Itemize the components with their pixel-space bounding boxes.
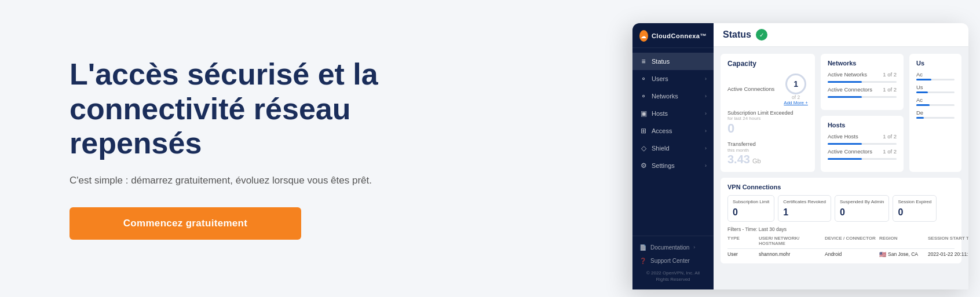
support-icon: ❓ xyxy=(639,258,646,264)
networks-title: Networks xyxy=(828,60,897,67)
active-hosts-bar-track xyxy=(828,143,897,145)
vpn-card-value-2: 0 xyxy=(840,207,884,218)
active-connectors-hosts-row: Active Connectors 1 of 2 xyxy=(828,148,897,160)
transferred-sublabel: this month xyxy=(727,148,808,153)
networks-hosts-column: Networks Active Networks 1 of 2 xyxy=(821,54,904,172)
hosts-title: Hosts xyxy=(828,122,897,129)
hosts-icon: ▣ xyxy=(639,109,648,118)
active-networks-bar-track xyxy=(828,81,897,83)
transferred-unit: Gb xyxy=(752,157,761,164)
sidebar-item-label: Hosts xyxy=(652,110,668,117)
main-content: Status ✓ Capacity Active Connections xyxy=(714,23,968,289)
hosts-connectors-bar-track xyxy=(828,158,897,160)
cta-button[interactable]: Commencez gratuitement xyxy=(70,207,301,240)
user-stat-label-ac2: Ac xyxy=(916,97,955,103)
sidebar-item-settings[interactable]: ⚙ Settings › xyxy=(632,157,714,174)
status-icon: ≡ xyxy=(639,57,648,65)
sidebar-logo: CloudConnexa™ xyxy=(632,23,714,48)
transferred-value: 3.43 xyxy=(727,153,750,166)
sidebar-item-label: Shield xyxy=(652,145,670,152)
active-networks-bar-fill xyxy=(828,81,862,83)
check-icon: ✓ xyxy=(759,32,764,38)
documentation-label: Documentation xyxy=(650,244,689,251)
sidebar-item-networks[interactable]: ⚬ Networks › xyxy=(632,87,714,105)
user-stat-row-ac2: Ac xyxy=(916,97,955,106)
td-user: shannon.mohr xyxy=(759,251,822,258)
sidebar-item-access[interactable]: ⊞ Access › xyxy=(632,122,714,140)
active-connectors-networks-count: 1 of 2 xyxy=(883,86,897,93)
active-connections-value: 1 xyxy=(785,74,806,94)
vpn-card-session-expired: Session Expired 0 xyxy=(893,195,937,221)
access-icon: ⊞ xyxy=(639,127,648,135)
content-body: Capacity Active Connections 1 of 2 Add M… xyxy=(714,47,968,289)
add-more-link[interactable]: Add More + xyxy=(784,100,808,105)
vpn-card-subscription-limit: Subscription Limit 0 xyxy=(727,195,774,221)
hero-title: L'accès sécurisé et la connectivité rése… xyxy=(70,57,417,161)
sidebar-nav: ≡ Status ⚬ Users › ⚬ Networks xyxy=(632,48,714,236)
sidebar-item-users[interactable]: ⚬ Users › xyxy=(632,70,714,87)
shield-icon: ◇ xyxy=(639,144,648,152)
sidebar-item-label: Access xyxy=(652,127,672,134)
vpn-card-label-3: Session Expired xyxy=(898,199,931,205)
active-networks-row: Active Networks 1 of 2 xyxy=(828,71,897,83)
filters-row: Filters - Time: Last 30 days xyxy=(727,226,955,232)
active-hosts-bar-fill xyxy=(828,143,862,145)
sidebar-item-status[interactable]: ≡ Status xyxy=(632,53,714,70)
subscription-limit-label: Subscription Limit Exceeded xyxy=(727,110,808,116)
capacity-title: Capacity xyxy=(727,60,808,68)
dashboard-section: CloudConnexa™ ≡ Status ⚬ Users › xyxy=(632,0,980,297)
vpn-card-suspended-by-admin: Suspended By Admin 0 xyxy=(835,195,890,221)
user-stat-label-de: De xyxy=(916,109,955,116)
user-stat-row-de: De xyxy=(916,109,955,119)
documentation-icon: 📄 xyxy=(639,244,646,251)
user-stat-row-us: Us xyxy=(916,84,955,93)
users-partial-card: Us Ac Us Ac xyxy=(909,54,961,172)
th-type: Type xyxy=(727,236,756,246)
chevron-right-icon: › xyxy=(705,145,707,151)
table-header: Type User/ Network/ Hostname Device / Co… xyxy=(727,236,955,249)
user-stat-row-ac: Ac xyxy=(916,71,955,80)
connections-of: of 2 xyxy=(792,94,800,100)
logo-text: CloudConnexa™ xyxy=(652,32,707,39)
user-stat-label-ac: Ac xyxy=(916,71,955,78)
networks-connectors-bar-fill xyxy=(828,96,862,98)
hero-subtitle: C'est simple : démarrez gratuitement, év… xyxy=(70,175,405,186)
vpn-card-value-1: 1 xyxy=(783,207,826,218)
td-region-text: San Jose, CA xyxy=(888,251,918,257)
flag-icon: 🇺🇸 xyxy=(879,251,886,258)
active-connectors-hosts-count: 1 of 2 xyxy=(883,148,897,155)
vpn-connections-title: VPN Connections xyxy=(727,184,955,190)
hosts-card: Hosts Active Hosts 1 of 2 xyxy=(821,116,904,172)
td-type: User xyxy=(727,251,756,258)
vpn-card-value-0: 0 xyxy=(733,207,769,218)
support-label: Support Center xyxy=(650,258,690,264)
users-title: Us xyxy=(916,60,955,67)
chevron-right-icon: › xyxy=(705,128,707,134)
hero-section: L'accès sécurisé et la connectivité rése… xyxy=(0,0,632,297)
active-connectors-networks-row: Active Connectors 1 of 2 xyxy=(828,86,897,98)
subscription-limit-value: 0 xyxy=(727,121,808,136)
transferred-section: Transferred this month 3.43 Gb xyxy=(727,141,808,166)
th-user: User/ Network/ Hostname xyxy=(759,236,822,246)
chevron-right-icon: › xyxy=(705,163,707,168)
active-hosts-count: 1 of 2 xyxy=(883,133,897,140)
vpn-connections-section: VPN Connections Subscription Limit 0 Cer… xyxy=(721,178,961,263)
copyright-text: © 2022 OpenVPN, Inc. All Rights Reserved xyxy=(639,267,707,283)
th-region: Region xyxy=(879,236,926,246)
hosts-connectors-bar-fill xyxy=(828,158,862,160)
subscription-limit-sublabel: for last 24 hours xyxy=(727,116,808,121)
documentation-link[interactable]: 📄 Documentation › xyxy=(639,241,707,254)
sidebar-item-hosts[interactable]: ▣ Hosts › xyxy=(632,105,714,122)
networks-icon: ⚬ xyxy=(639,92,648,100)
users-icon: ⚬ xyxy=(639,75,648,83)
th-device: Device / Connector xyxy=(825,236,877,246)
support-center-link[interactable]: ❓ Support Center xyxy=(639,254,707,267)
active-connections-row: Active Connections 1 of 2 Add More + xyxy=(727,74,808,105)
vpn-card-label-1: Certificates Revoked xyxy=(783,199,826,205)
th-session-start: Session Start Time xyxy=(928,236,968,246)
sidebar-item-label: Networks xyxy=(652,93,678,100)
user-stat-label-us: Us xyxy=(916,84,955,90)
td-device: Android xyxy=(825,251,877,258)
sidebar-item-shield[interactable]: ◇ Shield › xyxy=(632,140,714,157)
vpn-card-label-2: Suspended By Admin xyxy=(840,199,884,205)
